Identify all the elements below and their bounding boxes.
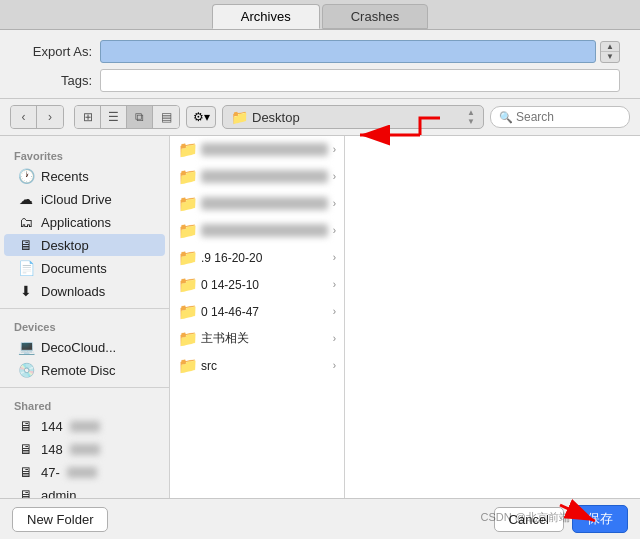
stepper-button[interactable]: ▲ ▼ bbox=[600, 41, 620, 63]
s148-icon: 🖥 bbox=[18, 441, 34, 457]
bottom-bar: New Folder Cancel 保存 bbox=[0, 498, 640, 539]
export-as-label: Export As: bbox=[20, 44, 100, 59]
file-item-8[interactable]: 📁 src › bbox=[170, 352, 344, 379]
file-arrow-2: › bbox=[333, 198, 336, 209]
file-item-4[interactable]: 📁 .9 16-20-20 › bbox=[170, 244, 344, 271]
sidebar-s144-label: 144 bbox=[41, 419, 63, 434]
applications-icon: 🗂 bbox=[18, 214, 34, 230]
file-arrow-1: › bbox=[333, 171, 336, 182]
file-name-1 bbox=[201, 170, 328, 183]
forward-button[interactable]: › bbox=[37, 106, 63, 128]
file-item-6[interactable]: 📁 0 14-46-47 › bbox=[170, 298, 344, 325]
file-arrow-6: › bbox=[333, 306, 336, 317]
cancel-button[interactable]: Cancel bbox=[494, 507, 564, 532]
recents-icon: 🕐 bbox=[18, 168, 34, 184]
sidebar-item-icloud[interactable]: ☁ iCloud Drive bbox=[4, 188, 165, 210]
sidebar-item-applications[interactable]: 🗂 Applications bbox=[4, 211, 165, 233]
file-name-4: .9 16-20-20 bbox=[201, 251, 328, 265]
icon-view-button[interactable]: ⊞ bbox=[75, 106, 101, 128]
export-as-input[interactable]: 3 2019-07-24 15-08-25 bbox=[100, 40, 596, 63]
sidebar-admin-label: admin bbox=[41, 488, 76, 499]
sidebar: Favorites 🕐 Recents ☁ iCloud Drive 🗂 App… bbox=[0, 136, 170, 498]
file-name-6: 0 14-46-47 bbox=[201, 305, 328, 319]
folder-icon-8: 📁 bbox=[178, 356, 196, 375]
list-view-button[interactable]: ☰ bbox=[101, 106, 127, 128]
gear-button[interactable]: ⚙▾ bbox=[186, 106, 216, 128]
favorites-header: Favorites bbox=[0, 144, 169, 164]
sidebar-item-remote[interactable]: 💿 Remote Disc bbox=[4, 359, 165, 381]
sidebar-icloud-label: iCloud Drive bbox=[41, 192, 112, 207]
file-item-0[interactable]: 📁 › bbox=[170, 136, 344, 163]
deco-icon: 💻 bbox=[18, 339, 34, 355]
folder-icon-3: 📁 bbox=[178, 221, 196, 240]
file-item-2[interactable]: 📁 › bbox=[170, 190, 344, 217]
folder-icon-7: 📁 bbox=[178, 329, 196, 348]
tab-bar: Archives Crashes bbox=[0, 0, 640, 30]
location-arrows: ▲ ▼ bbox=[467, 109, 475, 126]
file-arrow-3: › bbox=[333, 225, 336, 236]
file-name-2 bbox=[201, 197, 328, 210]
file-item-7[interactable]: 📁 主书相关 › bbox=[170, 325, 344, 352]
sidebar-item-documents[interactable]: 📄 Documents bbox=[4, 257, 165, 279]
s144-icon: 🖥 bbox=[18, 418, 34, 434]
file-item-3[interactable]: 📁 › bbox=[170, 217, 344, 244]
back-button[interactable]: ‹ bbox=[11, 106, 37, 128]
search-box[interactable]: 🔍 bbox=[490, 106, 630, 128]
sidebar-s47-label: 47- bbox=[41, 465, 60, 480]
sidebar-item-recents[interactable]: 🕐 Recents bbox=[4, 165, 165, 187]
export-area: Export As: 3 2019-07-24 15-08-25 ▲ ▼ Tag… bbox=[0, 30, 640, 99]
new-folder-button[interactable]: New Folder bbox=[12, 507, 108, 532]
folder-icon-2: 📁 bbox=[178, 194, 196, 213]
sidebar-item-s148[interactable]: 🖥 148 bbox=[4, 438, 165, 460]
save-button[interactable]: 保存 bbox=[572, 505, 628, 533]
downloads-icon: ⬇ bbox=[18, 283, 34, 299]
column-view-button[interactable]: ⧉ bbox=[127, 106, 153, 128]
search-input[interactable] bbox=[516, 110, 621, 124]
toolbar: ‹ › ⊞ ☰ ⧉ ▤ ⚙▾ 📁 Desktop ▲ ▼ 🔍 bbox=[0, 99, 640, 136]
devices-header: Devices bbox=[0, 315, 169, 335]
preview-view-button[interactable]: ▤ bbox=[153, 106, 179, 128]
desktop-icon: 🖥 bbox=[18, 237, 34, 253]
main-content: Favorites 🕐 Recents ☁ iCloud Drive 🗂 App… bbox=[0, 136, 640, 498]
folder-icon-6: 📁 bbox=[178, 302, 196, 321]
file-arrow-0: › bbox=[333, 144, 336, 155]
sidebar-item-admin[interactable]: 🖥 admin bbox=[4, 484, 165, 498]
nav-btn-group: ‹ › bbox=[10, 105, 64, 129]
stepper-down[interactable]: ▼ bbox=[601, 52, 619, 62]
folder-icon-1: 📁 bbox=[178, 167, 196, 186]
file-column-2 bbox=[345, 136, 640, 498]
file-item-1[interactable]: 📁 › bbox=[170, 163, 344, 190]
stepper-up[interactable]: ▲ bbox=[601, 42, 619, 52]
file-item-5[interactable]: 📁 0 14-25-10 › bbox=[170, 271, 344, 298]
gear-icon: ⚙▾ bbox=[193, 110, 210, 124]
file-name-0 bbox=[201, 143, 328, 156]
s47-icon: 🖥 bbox=[18, 464, 34, 480]
shared-header: Shared bbox=[0, 394, 169, 414]
location-bar[interactable]: 📁 Desktop ▲ ▼ bbox=[222, 105, 484, 129]
folder-icon-0: 📁 bbox=[178, 140, 196, 159]
remote-icon: 💿 bbox=[18, 362, 34, 378]
tab-crashes[interactable]: Crashes bbox=[322, 4, 428, 29]
sidebar-item-desktop[interactable]: 🖥 Desktop bbox=[4, 234, 165, 256]
sidebar-deco-label: DecoCloud... bbox=[41, 340, 116, 355]
s148-blurred bbox=[70, 444, 100, 455]
sidebar-item-deco[interactable]: 💻 DecoCloud... bbox=[4, 336, 165, 358]
tags-input[interactable] bbox=[100, 69, 620, 92]
file-name-7: 主书相关 bbox=[201, 330, 328, 347]
search-icon: 🔍 bbox=[499, 111, 513, 124]
file-name-5: 0 14-25-10 bbox=[201, 278, 328, 292]
sidebar-item-s47[interactable]: 🖥 47- bbox=[4, 461, 165, 483]
documents-icon: 📄 bbox=[18, 260, 34, 276]
folder-icon-5: 📁 bbox=[178, 275, 196, 294]
s47-blurred bbox=[67, 467, 97, 478]
bottom-right-actions: Cancel 保存 bbox=[494, 505, 628, 533]
icloud-icon: ☁ bbox=[18, 191, 34, 207]
sidebar-item-s144[interactable]: 🖥 144 bbox=[4, 415, 165, 437]
sidebar-item-downloads[interactable]: ⬇ Downloads bbox=[4, 280, 165, 302]
sidebar-recents-label: Recents bbox=[41, 169, 89, 184]
tab-archives[interactable]: Archives bbox=[212, 4, 320, 29]
s144-blurred bbox=[70, 421, 100, 432]
view-btn-group: ⊞ ☰ ⧉ ▤ bbox=[74, 105, 180, 129]
sidebar-downloads-label: Downloads bbox=[41, 284, 105, 299]
sidebar-s148-label: 148 bbox=[41, 442, 63, 457]
